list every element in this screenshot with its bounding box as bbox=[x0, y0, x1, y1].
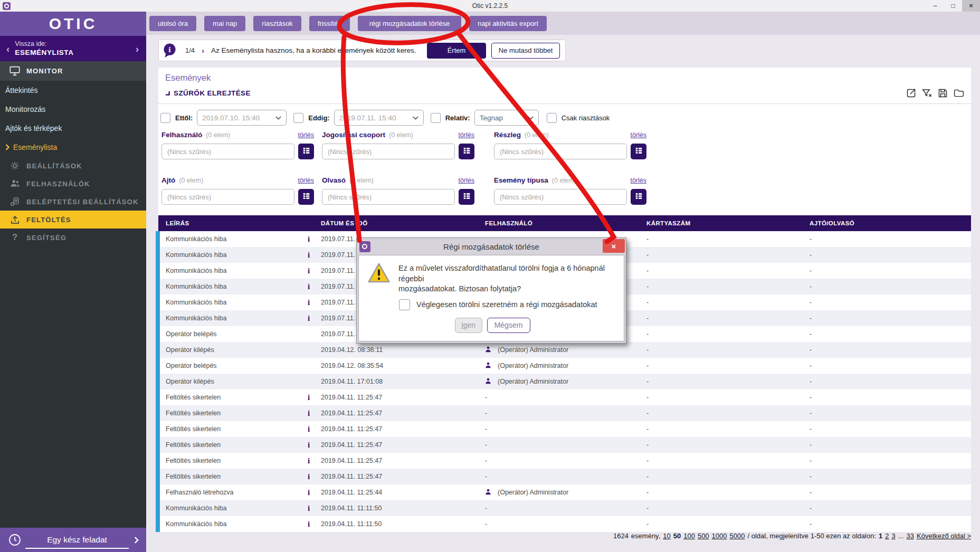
table-row[interactable]: Feltöltés sikerteleni2019.04.11. 11:25:4… bbox=[158, 469, 971, 484]
next-page-link[interactable]: Következő oldal > bbox=[917, 532, 971, 540]
page-1[interactable]: 1 bbox=[879, 532, 882, 540]
save-icon[interactable] bbox=[937, 88, 948, 99]
table-row[interactable]: Felhasználó létrehozvai2019.04.11. 11:25… bbox=[158, 484, 971, 500]
info-icon[interactable]: i bbox=[308, 298, 310, 307]
understood-button[interactable]: Értem bbox=[427, 43, 486, 59]
clear-filter-link[interactable]: törlés bbox=[298, 177, 314, 184]
sidebar-item-beleptetesi-beallitasok[interactable]: BELÉPTETÉSI BEÁLLÍTÁSOK bbox=[0, 193, 146, 211]
info-icon[interactable]: i bbox=[308, 504, 310, 512]
list-picker-button[interactable] bbox=[631, 144, 646, 159]
clear-filter-icon[interactable] bbox=[921, 88, 933, 99]
table-row[interactable]: Kommunikációs hibai2019.04.11. 11:11:50-… bbox=[158, 500, 971, 516]
clear-filter-link[interactable]: törlés bbox=[298, 131, 314, 139]
page-33[interactable]: 33 bbox=[907, 532, 914, 540]
toolbar-button-napi-aktivitas-export[interactable]: napi aktivitás export bbox=[469, 16, 547, 31]
info-icon[interactable]: i bbox=[308, 235, 310, 243]
maximize-button[interactable]: □ bbox=[944, 0, 962, 12]
info-icon[interactable]: i bbox=[308, 441, 310, 449]
clear-filter-link[interactable]: törlés bbox=[458, 131, 474, 139]
table-row[interactable]: Feltöltés sikerteleni2019.04.11. 11:25:4… bbox=[158, 453, 971, 469]
info-icon[interactable]: i bbox=[308, 393, 310, 402]
sidebar-item-feltoltes[interactable]: FELTÖLTÉS bbox=[0, 211, 146, 229]
table-row[interactable]: Operátor belépés2019.04.12. 08:35:54(Ope… bbox=[158, 358, 971, 374]
toolbar-button-utolso-ora[interactable]: utolsó óra bbox=[149, 16, 196, 31]
filter-input-olvaso[interactable] bbox=[322, 189, 455, 205]
filter-input-felhasznalo[interactable] bbox=[161, 144, 294, 159]
info-icon[interactable]: i bbox=[308, 456, 310, 465]
info-icon[interactable]: i bbox=[308, 520, 310, 528]
toolbar-button-frissites[interactable]: frissítés bbox=[309, 16, 350, 31]
from-checkbox[interactable] bbox=[160, 113, 170, 123]
info-icon[interactable]: i bbox=[308, 282, 310, 291]
filter-input-esemeny-tipusa[interactable] bbox=[494, 189, 627, 205]
minimize-button[interactable]: – bbox=[926, 0, 944, 12]
dont-show-again-button[interactable]: Ne mutasd többet bbox=[491, 43, 560, 59]
to-date-select[interactable]: 2019.07.11. 15:40 bbox=[334, 110, 424, 126]
sidebar-item-segitseg[interactable]: ?SEGÍTSÉG bbox=[0, 229, 146, 246]
sidebar-item-monitorozas[interactable]: Monitorozás bbox=[0, 100, 146, 119]
sidebar-item-esemenylista[interactable]: Eseménylista bbox=[0, 138, 146, 157]
table-scrollbar[interactable] bbox=[156, 231, 160, 532]
relative-checkbox[interactable] bbox=[431, 113, 441, 123]
table-row[interactable]: Feltöltés sikerteleni2019.04.11. 11:25:4… bbox=[158, 405, 971, 421]
list-picker-button[interactable] bbox=[298, 189, 314, 205]
next-tip-chevron-icon[interactable]: › bbox=[202, 46, 204, 55]
sidebar-item-ajtok-es-terkepek[interactable]: Ajtók és térképek bbox=[0, 119, 146, 138]
confirm-delete-checkbox[interactable] bbox=[399, 299, 410, 310]
sidebar-item-monitor[interactable]: MONITOR bbox=[0, 61, 146, 81]
page-size-50[interactable]: 50 bbox=[673, 532, 681, 540]
info-icon[interactable]: i bbox=[308, 314, 310, 322]
toolbar-button-riasztasok[interactable]: riasztások bbox=[253, 16, 301, 31]
table-row[interactable]: Feltöltés sikerteleni2019.04.11. 11:25:4… bbox=[158, 421, 971, 437]
page-3[interactable]: 3 bbox=[891, 532, 895, 540]
alarms-only-checkbox[interactable] bbox=[547, 113, 557, 123]
sidebar-item-felhasznalok[interactable]: FELHASZNÁLÓK bbox=[0, 175, 146, 193]
table-row[interactable]: Feltöltés sikerteleni2019.04.11. 11:25:4… bbox=[158, 437, 971, 453]
back-navigation[interactable]: ‹ Vissza ide: ESEMÉNYLISTA › bbox=[0, 36, 146, 61]
list-picker-button[interactable] bbox=[459, 144, 474, 159]
filter-input-ajto[interactable] bbox=[161, 189, 294, 205]
chevron-left-icon[interactable]: ‹ bbox=[6, 44, 9, 54]
dialog-close-button[interactable]: × bbox=[603, 239, 625, 253]
chevron-right-icon[interactable] bbox=[134, 537, 139, 544]
list-picker-button[interactable] bbox=[459, 189, 474, 205]
hide-filters-toggle[interactable]: SZŰRŐK ELREJTÉSE bbox=[165, 89, 251, 97]
page-size-100[interactable]: 100 bbox=[683, 532, 695, 540]
page-size-5000[interactable]: 5000 bbox=[730, 532, 745, 540]
info-icon[interactable]: i bbox=[308, 425, 310, 433]
toolbar-button-regi-mozgasadatok-torlese[interactable]: régi mozgásadatok törlése bbox=[358, 16, 461, 31]
sidebar-item-attekintes[interactable]: Áttekintés bbox=[0, 81, 146, 100]
info-icon[interactable]: i bbox=[308, 472, 310, 481]
from-date-select[interactable]: 2019.07.10. 15:40 bbox=[197, 110, 287, 126]
relative-select[interactable]: Tegnap bbox=[474, 110, 539, 126]
confirm-delete-checkbox-row[interactable]: Véglegesen törölni szeretném a régi mozg… bbox=[399, 299, 617, 310]
table-row[interactable]: Feltöltés sikerteleni2019.04.11. 11:25:4… bbox=[158, 389, 971, 405]
info-icon[interactable]: i bbox=[308, 251, 310, 259]
filter-input-jogositasi-csoport[interactable] bbox=[322, 144, 455, 159]
info-icon[interactable]: i bbox=[308, 488, 310, 497]
folder-icon[interactable] bbox=[953, 88, 965, 99]
info-icon[interactable]: i bbox=[308, 267, 310, 275]
info-icon[interactable]: i bbox=[308, 409, 310, 417]
page-size-500[interactable]: 500 bbox=[698, 532, 709, 540]
list-picker-button[interactable] bbox=[631, 189, 646, 205]
task-status-bar[interactable]: Egy kész feladat bbox=[0, 528, 146, 552]
clear-filter-link[interactable]: törlés bbox=[630, 177, 646, 184]
page-size-1000[interactable]: 1000 bbox=[712, 532, 727, 540]
clear-filter-link[interactable]: törlés bbox=[630, 131, 646, 139]
filter-input-reszleg[interactable] bbox=[494, 144, 627, 159]
toolbar-button-mai-nap[interactable]: mai nap bbox=[204, 16, 245, 31]
dialog-yes-button[interactable]: Igen bbox=[455, 318, 482, 333]
list-picker-button[interactable] bbox=[298, 144, 314, 159]
page-2[interactable]: 2 bbox=[885, 532, 889, 540]
clear-filter-link[interactable]: törlés bbox=[458, 177, 474, 184]
table-row[interactable]: Operátor kilépés2019.04.11. 17:01:08(Ope… bbox=[158, 374, 971, 389]
to-checkbox[interactable] bbox=[293, 113, 303, 123]
table-row[interactable]: Operátor kilépés2019.04.12. 08:36:11(Ope… bbox=[158, 342, 971, 358]
chevron-right-icon[interactable]: › bbox=[136, 44, 139, 54]
export-icon[interactable] bbox=[906, 88, 917, 99]
close-button[interactable]: × bbox=[962, 0, 980, 12]
page-size-10[interactable]: 10 bbox=[663, 532, 670, 540]
dialog-cancel-button[interactable]: Mégsem bbox=[487, 318, 530, 333]
table-row[interactable]: Kommunikációs hibai2019.04.11. 11:11:50-… bbox=[158, 516, 971, 532]
